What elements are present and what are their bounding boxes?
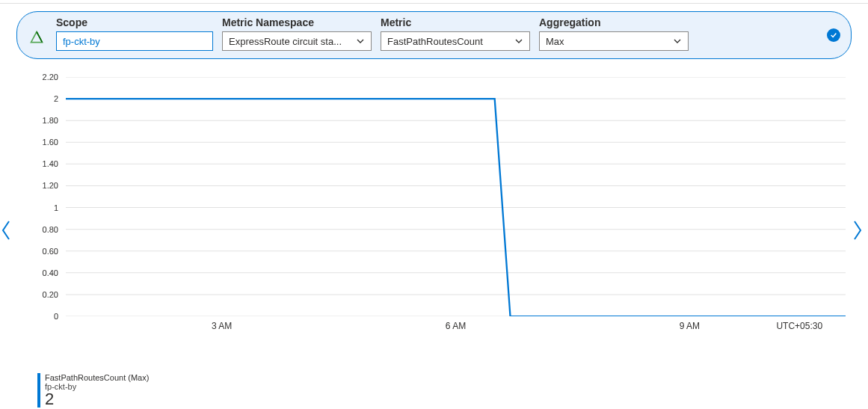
scope-selector[interactable]: fp-ckt-by [56, 31, 213, 51]
y-axis-tick-labels: 2.2021.801.601.401.2010.800.600.400.200 [33, 77, 66, 316]
aggregation-label: Aggregation [539, 16, 689, 28]
prev-chevron-icon[interactable] [0, 220, 12, 241]
y-tick-label: 0 [28, 312, 58, 321]
apply-check-icon[interactable] [827, 28, 840, 42]
y-tick-label: 1.60 [28, 138, 58, 147]
legend-series-name: FastPathRoutesCount (Max) [45, 373, 149, 382]
y-tick-label: 0.40 [28, 268, 58, 277]
y-tick-label: 0.80 [28, 225, 58, 234]
metric-value: FastPathRoutesCount [387, 36, 483, 47]
x-tick-label: 3 AM [212, 321, 232, 331]
metric-label: Metric [381, 16, 530, 28]
aggregation-value: Max [546, 36, 564, 47]
next-chevron-icon[interactable] [852, 220, 864, 241]
chevron-down-icon [514, 37, 523, 46]
y-tick-label: 0.20 [28, 290, 58, 299]
x-axis-tick-labels: 3 AM6 AM9 AMUTC+05:30 [66, 321, 846, 334]
chart-legend: FastPathRoutesCount (Max) fp-ckt-by 2 [37, 373, 149, 408]
metric-delta-icon [29, 30, 44, 45]
y-tick-label: 1 [28, 203, 58, 212]
metric-filter-bar: Scope fp-ckt-by Metric Namespace Express… [16, 11, 852, 59]
y-tick-label: 2.20 [28, 73, 58, 82]
namespace-label: Metric Namespace [222, 16, 372, 28]
y-tick-label: 2 [28, 94, 58, 103]
namespace-value: ExpressRoute circuit sta... [229, 36, 342, 47]
scope-label: Scope [56, 16, 213, 28]
chevron-down-icon [356, 37, 365, 46]
y-tick-label: 1.40 [28, 159, 58, 168]
timezone-label: UTC+05:30 [776, 321, 822, 331]
x-tick-label: 9 AM [680, 321, 700, 331]
legend-color-swatch [37, 373, 40, 408]
chevron-down-icon [673, 37, 682, 46]
namespace-selector[interactable]: ExpressRoute circuit sta... [222, 31, 372, 51]
y-tick-label: 0.60 [28, 247, 58, 256]
aggregation-selector[interactable]: Max [539, 31, 689, 51]
y-tick-label: 1.80 [28, 116, 58, 125]
legend-scope-name: fp-ckt-by [45, 382, 149, 391]
x-tick-label: 6 AM [446, 321, 466, 331]
divider [0, 3, 868, 4]
scope-value: fp-ckt-by [63, 36, 100, 47]
legend-current-value: 2 [45, 391, 149, 408]
chart-plot-area [66, 77, 846, 316]
y-tick-label: 1.20 [28, 181, 58, 190]
metrics-chart: 2.2021.801.601.401.2010.800.600.400.200 … [37, 77, 846, 339]
metric-selector[interactable]: FastPathRoutesCount [381, 31, 530, 51]
